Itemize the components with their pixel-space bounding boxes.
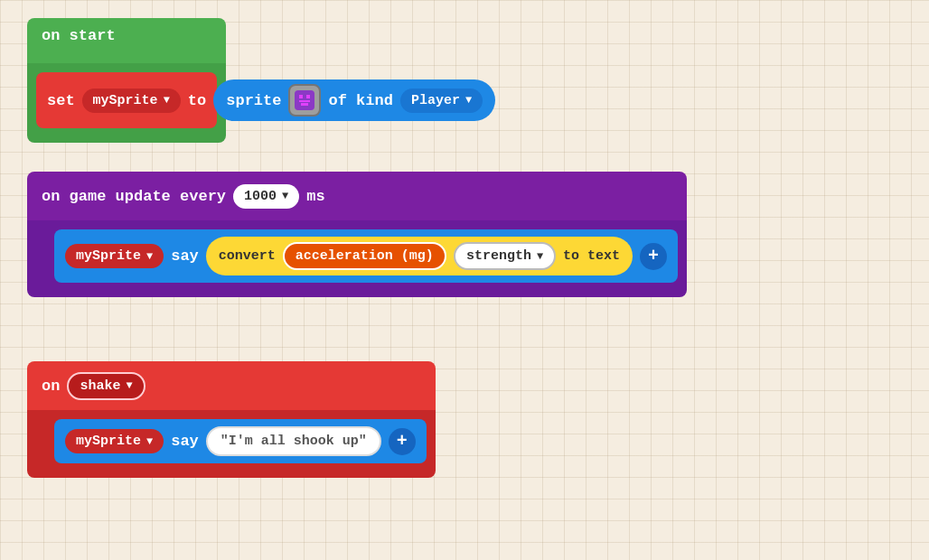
plus-icon-2: +: [648, 246, 659, 266]
block-gameupdate: on game update every 1000 ▼ ms mySprite …: [27, 172, 687, 297]
on-label-3: on: [42, 378, 60, 395]
sprite-pill[interactable]: sprite of kind Player ▼: [213, 79, 495, 121]
totext-label: to text: [563, 248, 620, 264]
acceleration-pill[interactable]: acceleration (mg): [283, 242, 446, 270]
mysprite-arrow-3: ▼: [146, 435, 153, 448]
mysprite-dropdown-2[interactable]: mySprite ▼: [65, 244, 164, 268]
sprite-icon[interactable]: [288, 84, 321, 117]
gameupdate-inner: mySprite ▼ say convert acceleration (mg)…: [54, 229, 678, 283]
say-label-3: say: [171, 433, 199, 450]
shake-inner: mySprite ▼ say "I'm all shook up" +: [54, 419, 427, 463]
onstart-body: set mySprite ▼ to sprite: [27, 63, 226, 143]
svg-rect-3: [301, 103, 308, 106]
gameupdate-header[interactable]: on game update every 1000 ▼ ms: [27, 172, 687, 220]
acceleration-label: acceleration (mg): [296, 248, 434, 264]
onstart-label: on start: [42, 27, 116, 44]
ms-arrow: ▼: [282, 190, 288, 202]
shake-dropdown[interactable]: shake ▼: [67, 372, 145, 400]
strength-label: strength: [466, 248, 531, 264]
plus-button-3[interactable]: +: [389, 428, 416, 455]
string-value[interactable]: "I'm all shook up": [206, 426, 381, 456]
block-onstart: on start set mySprite ▼ to sprite: [27, 18, 226, 143]
mysprite-arrow-1: ▼: [164, 94, 170, 107]
mysprite-label-1: mySprite: [93, 93, 158, 108]
ms-dropdown[interactable]: 1000 ▼: [233, 184, 299, 209]
sprite-label: sprite: [226, 92, 281, 109]
shake-arrow: ▼: [126, 379, 132, 392]
onstart-header[interactable]: on start: [27, 18, 226, 63]
mysprite-dropdown-1[interactable]: mySprite ▼: [82, 89, 181, 113]
mysprite-arrow-2: ▼: [146, 250, 153, 263]
plus-icon-3: +: [397, 431, 408, 452]
mysprite-label-3: mySprite: [76, 434, 141, 449]
strength-arrow: ▼: [537, 250, 543, 263]
strength-dropdown[interactable]: strength ▼: [454, 242, 556, 270]
svg-rect-2: [299, 100, 310, 102]
ms-label: ms: [306, 188, 324, 205]
say-label-2: say: [171, 247, 199, 265]
sprite-svg: [296, 92, 313, 108]
player-label: Player: [411, 93, 460, 108]
plus-button-2[interactable]: +: [640, 243, 667, 270]
svg-rect-1: [306, 95, 310, 98]
svg-rect-0: [299, 95, 303, 98]
to-label: to: [188, 92, 206, 109]
set-block: set mySprite ▼ to sprite: [36, 72, 217, 128]
player-dropdown[interactable]: Player ▼: [400, 89, 483, 113]
shake-body: mySprite ▼ say "I'm all shook up" +: [27, 410, 436, 478]
ofkind-label: of kind: [328, 92, 392, 109]
sprite-icon-inner: [295, 90, 314, 110]
mysprite-label-2: mySprite: [76, 248, 141, 264]
mysprite-dropdown-3[interactable]: mySprite ▼: [65, 429, 164, 453]
player-arrow: ▼: [465, 94, 472, 107]
ms-value: 1000: [244, 189, 277, 204]
shake-label: shake: [80, 378, 120, 394]
shake-header[interactable]: on shake ▼: [27, 361, 436, 410]
gameupdate-label: on game update every: [42, 188, 226, 205]
gameupdate-body: mySprite ▼ say convert acceleration (mg)…: [27, 220, 687, 297]
block-shake: on shake ▼ mySprite ▼ say "I'm all shook…: [27, 361, 436, 478]
set-label: set: [47, 92, 75, 109]
convert-pill: convert acceleration (mg) strength ▼ to …: [206, 237, 633, 275]
convert-label: convert: [219, 248, 276, 264]
